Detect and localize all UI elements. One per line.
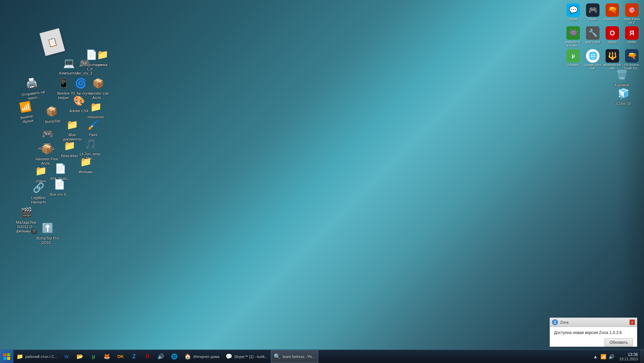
skype-task-icon: 💬 bbox=[226, 353, 232, 360]
desktop-icon-bumpTop-pro[interactable]: ⬆️ BumpTop Pro [2010... bbox=[35, 221, 60, 245]
desktop-icon-fc3[interactable]: 🎮 far_cry_3 bbox=[72, 56, 97, 75]
cluster-icon-chrome[interactable]: 🌐 Google Chrome bbox=[584, 49, 602, 70]
opera-label: Opera bbox=[608, 40, 616, 44]
audio-icon: 🔊 bbox=[157, 353, 164, 360]
filmy-label: Фильмы bbox=[79, 170, 93, 174]
desktop-icon-vse-chto[interactable]: 📄 Все что б... bbox=[47, 177, 71, 197]
tf2-icon-img: 🎯 bbox=[625, 3, 639, 17]
desktop-icon-filmy[interactable]: 📁 Фильмы bbox=[74, 154, 98, 174]
svg-rect-3 bbox=[7, 357, 10, 360]
bumpTop-pro-label: BumpTop Pro [2010... bbox=[35, 236, 60, 245]
notification-app-icon: Z bbox=[552, 319, 558, 325]
desktop-icon-tilted-paper[interactable]: 📋 bbox=[39, 28, 65, 56]
taskbar-app-internet-doma[interactable]: 🏠 Интернет дома bbox=[181, 350, 222, 363]
hamster-icon: 📦 bbox=[39, 141, 54, 156]
taskbar-app-firefox[interactable]: 🦊 bbox=[100, 350, 114, 363]
internet-doma-label: Интернет дома bbox=[193, 355, 219, 359]
taskbar: 📁 рабочий стол / С... W 📂 µ 🦊 OK bbox=[0, 350, 644, 363]
yandex-task-icon: Я bbox=[144, 353, 151, 360]
otdyx-icon: 📁 bbox=[33, 163, 48, 178]
notification-close-button[interactable]: × bbox=[630, 320, 635, 325]
chrome-icon-img: 🌐 bbox=[586, 49, 599, 63]
cluster-icon-teeworld[interactable]: 👾 teeworld -0.6.2-win... bbox=[564, 26, 582, 47]
taskbar-app-desktop[interactable]: 📁 рабочий стол / С... bbox=[13, 350, 60, 363]
lil-jon-icon: 🎵 bbox=[83, 136, 98, 151]
taskbar-clock[interactable]: 13:36 23.11.2013 bbox=[617, 352, 641, 361]
desktop-icon-korzina[interactable]: 🗑️ Корзина bbox=[610, 67, 634, 87]
taskbar-tray: ▲ 📶 🔊 bbox=[590, 350, 617, 363]
brauzery-icon: 📁 bbox=[62, 138, 77, 153]
word-icon: W bbox=[63, 353, 70, 360]
clock-time: 13:36 bbox=[628, 352, 638, 357]
desktop-folder-icon: 📁 bbox=[17, 353, 23, 360]
icubs-icon: 🧊 bbox=[616, 86, 631, 101]
notification-popup: Z Zona × Доступна новая версия Zona 1.0.… bbox=[550, 318, 637, 347]
fc3-desktop-label: far_cry_3 bbox=[77, 71, 92, 75]
desktop-icon-paint[interactable]: 🖌️ Paint bbox=[81, 117, 105, 137]
fc3-label: Играть Fa... bbox=[604, 18, 621, 21]
cluster-icon-yandex[interactable]: Я Yandex bbox=[623, 26, 641, 47]
cluster-icon-fc3[interactable]: 🔫 Играть Fa... bbox=[604, 3, 621, 24]
desktop-icon-beeline[interactable]: 📶 Beeline- Ярлык bbox=[12, 97, 40, 126]
resources-icon: 📁 bbox=[88, 99, 103, 114]
show-desktop-button[interactable] bbox=[641, 350, 644, 363]
desktop-icon-movie[interactable]: 🎬 Ma2aga7kar III2012.D... фильмы 🎬 bbox=[14, 205, 38, 234]
taskbar-app-ok[interactable]: OK bbox=[114, 350, 127, 363]
taskbar-app-skype[interactable]: 💬 Skype™ [1] - nurik... bbox=[223, 350, 271, 363]
hamster-lite-icon: 📦 bbox=[91, 76, 106, 91]
desktop-icon-printer[interactable]: 🖨️ Отправить на принт... bbox=[19, 74, 46, 102]
desktop-icon-icubs[interactable]: 🧊 iCubs (3) bbox=[611, 86, 636, 106]
654-icon: 📄 bbox=[53, 161, 68, 176]
tray-volume-icon[interactable]: 🔊 bbox=[608, 352, 615, 362]
cluster-icon-utorrent[interactable]: µ uTorrent bbox=[564, 49, 582, 70]
teeworld-icon-img: 👾 bbox=[566, 26, 580, 40]
taskbar-app-yandex[interactable]: Я bbox=[141, 350, 154, 363]
cluster-icon-opera[interactable]: O Opera bbox=[604, 26, 621, 47]
skype-task-label: Skype™ [1] - nurik... bbox=[234, 355, 268, 359]
vse-chto-label: Все что б... bbox=[50, 192, 69, 197]
notification-update-button[interactable]: Обновить bbox=[605, 338, 633, 346]
cluster-icon-tf2[interactable]: 🎯 Team Fortress 2 bbox=[623, 3, 641, 24]
icubs-label: iCubs (3) bbox=[616, 101, 631, 106]
teeworld-label: teeworld -0.6.2-win... bbox=[564, 40, 582, 47]
filmy-icon: 📁 bbox=[78, 154, 93, 169]
notification-title-bar: Z Zona × bbox=[550, 318, 637, 327]
cluster-icon-steam[interactable]: 🎮 Steam bbox=[584, 3, 602, 24]
skype-label: Skype bbox=[569, 18, 577, 21]
desktop: 💬 Skype 🎮 Steam 🔫 Играть Fa... 🎯 Team Fo… bbox=[0, 0, 644, 363]
bumpTop-pro-icon: ⬆️ bbox=[40, 221, 55, 235]
taskbar-app-yandex-browser[interactable]: 🌐 bbox=[168, 350, 181, 363]
internet-doma-icon: 🏠 bbox=[184, 353, 191, 360]
taskbar-app-explorer[interactable]: 📂 bbox=[74, 350, 87, 363]
paint-icon: 🖌️ bbox=[86, 117, 100, 132]
notification-title-label: Zona bbox=[560, 320, 568, 324]
taskbar-app-zona[interactable]: Z bbox=[127, 350, 141, 363]
taskbar-app-tf2[interactable]: 🔍 team fortress - Ре... bbox=[271, 350, 318, 363]
tilted-paper-img: 📋 bbox=[39, 28, 65, 56]
windows-logo-icon bbox=[3, 353, 10, 360]
logmein-label: LogMeIn Hamachi bbox=[26, 196, 51, 204]
chrome-label: Google Chrome bbox=[584, 63, 602, 70]
skype-icon-img: 💬 bbox=[566, 3, 580, 17]
svg-rect-2 bbox=[3, 357, 6, 360]
taskbar-app-utorrent[interactable]: µ bbox=[87, 350, 100, 363]
tray-network-icon[interactable]: 📶 bbox=[600, 352, 607, 362]
moi-doc-icon: 📁 bbox=[65, 117, 80, 132]
taskbar-app-word[interactable]: W bbox=[60, 350, 74, 363]
start-button[interactable] bbox=[0, 350, 13, 363]
beeline-icon: 📶 bbox=[17, 98, 34, 116]
korzina-icon: 🗑️ bbox=[614, 67, 629, 82]
cluster-icon-skype[interactable]: 💬 Skype bbox=[564, 3, 582, 24]
desktop-icon-resources[interactable]: 📁 resources bbox=[84, 99, 108, 119]
fc3-desktop-icon: 🎮 bbox=[77, 56, 92, 70]
firefox-icon: 🦊 bbox=[104, 353, 110, 360]
tray-expand-icon[interactable]: ▲ bbox=[592, 352, 599, 362]
cluster-icon-bioshock[interactable]: 🔱 Bioshock Infinite bbox=[604, 49, 621, 70]
fc3-icon-img: 🔫 bbox=[606, 3, 619, 17]
cluster-icon-cs-source[interactable]: 🔫 CS Source- South Os... bbox=[623, 49, 641, 70]
taskbar-app-audio[interactable]: 🔊 bbox=[154, 350, 168, 363]
yandex-browser-icon: 🌐 bbox=[171, 353, 178, 360]
printer-icon: 🖨️ bbox=[23, 75, 40, 92]
taskbar-apps: 📁 рабочий стол / С... W 📂 µ 🦊 OK bbox=[13, 350, 590, 363]
cluster-icon-larrys-mod[interactable]: 🔧 larry's mod bbox=[584, 26, 602, 47]
